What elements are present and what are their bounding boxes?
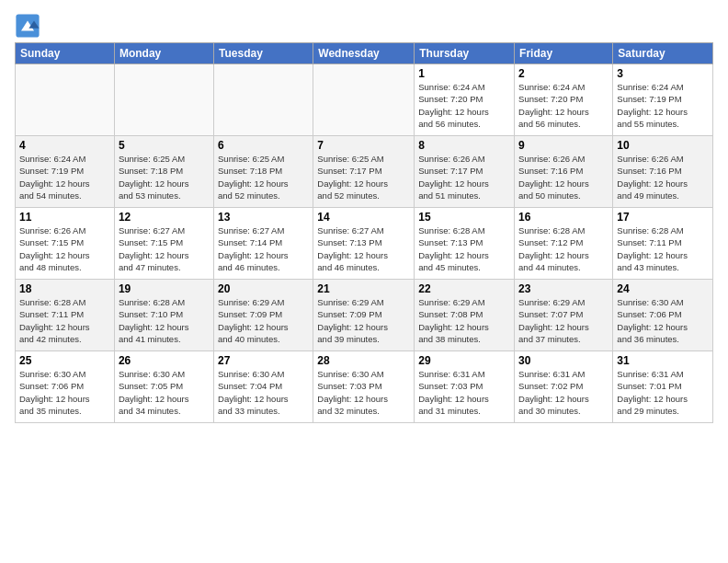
calendar-cell: 3Sunrise: 6:24 AM Sunset: 7:19 PM Daylig… <box>613 64 713 136</box>
day-number: 24 <box>617 282 709 295</box>
calendar-cell: 24Sunrise: 6:30 AM Sunset: 7:06 PM Dayli… <box>613 280 713 351</box>
day-detail: Sunrise: 6:24 AM Sunset: 7:20 PM Dayligh… <box>418 81 510 130</box>
day-number: 30 <box>518 354 609 367</box>
day-number: 17 <box>617 211 709 224</box>
calendar-week-2: 4Sunrise: 6:24 AM Sunset: 7:19 PM Daylig… <box>16 136 713 208</box>
day-detail: Sunrise: 6:30 AM Sunset: 7:06 PM Dayligh… <box>19 368 110 417</box>
calendar-cell: 18Sunrise: 6:28 AM Sunset: 7:11 PM Dayli… <box>16 280 115 351</box>
day-detail: Sunrise: 6:28 AM Sunset: 7:12 PM Dayligh… <box>518 224 609 273</box>
calendar-cell: 2Sunrise: 6:24 AM Sunset: 7:20 PM Daylig… <box>515 64 613 136</box>
calendar-cell: 6Sunrise: 6:25 AM Sunset: 7:18 PM Daylig… <box>214 136 313 208</box>
calendar-cell: 8Sunrise: 6:26 AM Sunset: 7:17 PM Daylig… <box>415 136 515 208</box>
day-number: 31 <box>617 354 709 367</box>
calendar-cell: 13Sunrise: 6:27 AM Sunset: 7:14 PM Dayli… <box>214 208 313 280</box>
day-detail: Sunrise: 6:26 AM Sunset: 7:15 PM Dayligh… <box>19 224 110 273</box>
col-wednesday: Wednesday <box>313 43 415 64</box>
day-number: 22 <box>418 282 510 295</box>
day-number: 7 <box>317 139 410 152</box>
day-detail: Sunrise: 6:28 AM Sunset: 7:10 PM Dayligh… <box>119 296 210 345</box>
calendar-cell: 11Sunrise: 6:26 AM Sunset: 7:15 PM Dayli… <box>16 208 115 280</box>
day-number: 15 <box>418 211 510 224</box>
day-number: 2 <box>518 67 609 80</box>
day-number: 5 <box>119 139 210 152</box>
day-detail: Sunrise: 6:29 AM Sunset: 7:09 PM Dayligh… <box>317 296 410 345</box>
day-detail: Sunrise: 6:28 AM Sunset: 7:11 PM Dayligh… <box>19 296 110 345</box>
calendar-cell <box>313 64 415 136</box>
day-detail: Sunrise: 6:26 AM Sunset: 7:16 PM Dayligh… <box>518 153 609 201</box>
day-number: 12 <box>119 211 210 224</box>
calendar-cell: 30Sunrise: 6:31 AM Sunset: 7:02 PM Dayli… <box>515 351 613 423</box>
col-sunday: Sunday <box>16 43 115 64</box>
page: Sunday Monday Tuesday Wednesday Thursday… <box>0 0 728 563</box>
col-friday: Friday <box>515 43 613 64</box>
day-detail: Sunrise: 6:29 AM Sunset: 7:07 PM Dayligh… <box>518 296 609 345</box>
day-detail: Sunrise: 6:31 AM Sunset: 7:02 PM Dayligh… <box>518 368 609 417</box>
day-detail: Sunrise: 6:29 AM Sunset: 7:09 PM Dayligh… <box>218 296 309 345</box>
day-detail: Sunrise: 6:25 AM Sunset: 7:17 PM Dayligh… <box>317 153 410 201</box>
day-number: 29 <box>418 354 510 367</box>
col-tuesday: Tuesday <box>214 43 313 64</box>
day-detail: Sunrise: 6:29 AM Sunset: 7:08 PM Dayligh… <box>418 296 510 345</box>
col-saturday: Saturday <box>613 43 713 64</box>
day-number: 23 <box>518 282 609 295</box>
day-detail: Sunrise: 6:25 AM Sunset: 7:18 PM Dayligh… <box>119 153 210 201</box>
day-detail: Sunrise: 6:30 AM Sunset: 7:05 PM Dayligh… <box>119 368 210 417</box>
day-number: 6 <box>218 139 309 152</box>
calendar-cell: 19Sunrise: 6:28 AM Sunset: 7:10 PM Dayli… <box>114 280 213 351</box>
day-number: 27 <box>218 354 309 367</box>
calendar-cell: 22Sunrise: 6:29 AM Sunset: 7:08 PM Dayli… <box>415 280 515 351</box>
day-detail: Sunrise: 6:30 AM Sunset: 7:04 PM Dayligh… <box>218 368 309 417</box>
col-monday: Monday <box>114 43 213 64</box>
day-detail: Sunrise: 6:26 AM Sunset: 7:16 PM Dayligh… <box>617 153 709 201</box>
col-thursday: Thursday <box>415 43 515 64</box>
day-detail: Sunrise: 6:30 AM Sunset: 7:03 PM Dayligh… <box>317 368 410 417</box>
day-detail: Sunrise: 6:24 AM Sunset: 7:19 PM Dayligh… <box>19 153 110 201</box>
calendar-cell <box>16 64 115 136</box>
day-number: 1 <box>418 67 510 80</box>
day-detail: Sunrise: 6:24 AM Sunset: 7:20 PM Dayligh… <box>518 81 609 130</box>
calendar-week-1: 1Sunrise: 6:24 AM Sunset: 7:20 PM Daylig… <box>16 64 713 136</box>
day-number: 16 <box>518 211 609 224</box>
header <box>15 9 713 39</box>
calendar-cell: 4Sunrise: 6:24 AM Sunset: 7:19 PM Daylig… <box>16 136 115 208</box>
day-detail: Sunrise: 6:26 AM Sunset: 7:17 PM Dayligh… <box>418 153 510 201</box>
calendar-cell: 16Sunrise: 6:28 AM Sunset: 7:12 PM Dayli… <box>515 208 613 280</box>
logo <box>15 13 42 39</box>
calendar-cell: 21Sunrise: 6:29 AM Sunset: 7:09 PM Dayli… <box>313 280 415 351</box>
day-number: 25 <box>19 354 110 367</box>
calendar-cell: 5Sunrise: 6:25 AM Sunset: 7:18 PM Daylig… <box>114 136 213 208</box>
day-detail: Sunrise: 6:28 AM Sunset: 7:13 PM Dayligh… <box>418 224 510 273</box>
calendar-cell: 17Sunrise: 6:28 AM Sunset: 7:11 PM Dayli… <box>613 208 713 280</box>
day-detail: Sunrise: 6:25 AM Sunset: 7:18 PM Dayligh… <box>218 153 309 201</box>
calendar-cell: 29Sunrise: 6:31 AM Sunset: 7:03 PM Dayli… <box>415 351 515 423</box>
day-number: 14 <box>317 211 410 224</box>
day-number: 26 <box>119 354 210 367</box>
day-detail: Sunrise: 6:27 AM Sunset: 7:15 PM Dayligh… <box>119 224 210 273</box>
day-number: 4 <box>19 139 110 152</box>
calendar-cell: 9Sunrise: 6:26 AM Sunset: 7:16 PM Daylig… <box>515 136 613 208</box>
day-number: 28 <box>317 354 410 367</box>
day-number: 21 <box>317 282 410 295</box>
day-detail: Sunrise: 6:27 AM Sunset: 7:13 PM Dayligh… <box>317 224 410 273</box>
calendar-cell: 15Sunrise: 6:28 AM Sunset: 7:13 PM Dayli… <box>415 208 515 280</box>
day-number: 3 <box>617 67 709 80</box>
calendar-cell: 26Sunrise: 6:30 AM Sunset: 7:05 PM Dayli… <box>114 351 213 423</box>
calendar-cell: 12Sunrise: 6:27 AM Sunset: 7:15 PM Dayli… <box>114 208 213 280</box>
day-number: 13 <box>218 211 309 224</box>
calendar-cell: 28Sunrise: 6:30 AM Sunset: 7:03 PM Dayli… <box>313 351 415 423</box>
calendar-table: Sunday Monday Tuesday Wednesday Thursday… <box>15 42 713 423</box>
calendar-cell: 20Sunrise: 6:29 AM Sunset: 7:09 PM Dayli… <box>214 280 313 351</box>
day-number: 8 <box>418 139 510 152</box>
calendar-cell <box>214 64 313 136</box>
day-number: 11 <box>19 211 110 224</box>
calendar-header-row: Sunday Monday Tuesday Wednesday Thursday… <box>16 43 713 64</box>
day-number: 10 <box>617 139 709 152</box>
calendar-cell: 27Sunrise: 6:30 AM Sunset: 7:04 PM Dayli… <box>214 351 313 423</box>
calendar-cell: 14Sunrise: 6:27 AM Sunset: 7:13 PM Dayli… <box>313 208 415 280</box>
day-number: 18 <box>19 282 110 295</box>
calendar-cell <box>114 64 213 136</box>
day-detail: Sunrise: 6:27 AM Sunset: 7:14 PM Dayligh… <box>218 224 309 273</box>
day-detail: Sunrise: 6:24 AM Sunset: 7:19 PM Dayligh… <box>617 81 709 130</box>
calendar-week-4: 18Sunrise: 6:28 AM Sunset: 7:11 PM Dayli… <box>16 280 713 351</box>
logo-icon <box>15 13 40 39</box>
